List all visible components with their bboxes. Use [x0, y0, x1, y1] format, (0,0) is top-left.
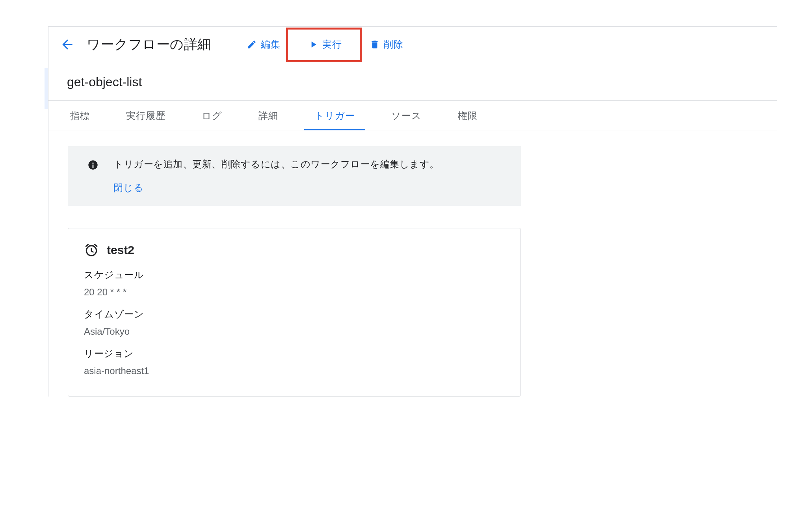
arrow-left-icon [60, 37, 75, 52]
play-icon [308, 39, 318, 50]
pencil-icon [247, 39, 257, 50]
tab-history[interactable]: 実行履歴 [120, 101, 172, 130]
edit-button[interactable]: 編集 [239, 33, 288, 56]
timezone-label: タイムゾーン [84, 308, 505, 321]
back-button[interactable] [60, 37, 75, 52]
info-banner: トリガーを追加、更新、削除するには、このワークフローを編集します。 閉じる [68, 146, 521, 206]
content-area: トリガーを追加、更新、削除するには、このワークフローを編集します。 閉じる te… [48, 130, 777, 397]
schedule-field: スケジュール 20 20 * * * [84, 269, 505, 298]
timezone-value: Asia/Tokyo [84, 326, 505, 337]
tab-source[interactable]: ソース [385, 101, 428, 130]
timezone-field: タイムゾーン Asia/Tokyo [84, 308, 505, 337]
run-button-label: 実行 [322, 38, 342, 51]
trigger-name: test2 [107, 243, 134, 257]
delete-button-label: 削除 [384, 38, 403, 51]
schedule-label: スケジュール [84, 269, 505, 281]
delete-button[interactable]: 削除 [362, 33, 411, 56]
svg-point-1 [92, 163, 94, 164]
schedule-value: 20 20 * * * [84, 287, 505, 298]
tab-triggers[interactable]: トリガー [308, 101, 361, 130]
edit-button-label: 編集 [261, 38, 281, 51]
workflow-name: get-object-list [67, 75, 777, 89]
region-label: リージョン [84, 347, 505, 360]
alarm-clock-icon [84, 243, 99, 258]
region-value: asia-northeast1 [84, 365, 505, 376]
run-button[interactable]: 実行 [300, 33, 350, 56]
page-title: ワークフローの詳細 [87, 35, 211, 54]
svg-rect-2 [93, 165, 94, 168]
tab-permissions[interactable]: 権限 [452, 101, 484, 130]
region-field: リージョン asia-northeast1 [84, 347, 505, 376]
info-message: トリガーを追加、更新、削除するには、このワークフローを編集します。 [113, 158, 439, 171]
tab-logs[interactable]: ログ [195, 101, 229, 130]
tab-details[interactable]: 詳細 [252, 101, 284, 130]
trigger-card: test2 スケジュール 20 20 * * * タイムゾーン Asia/Tok… [68, 228, 521, 397]
tab-metrics[interactable]: 指標 [64, 101, 96, 130]
info-icon [87, 159, 98, 172]
workflow-name-row: get-object-list [48, 62, 777, 101]
trash-icon [370, 39, 380, 50]
header-bar: ワークフローの詳細 編集 実行 削除 [48, 27, 777, 62]
trigger-header: test2 [84, 243, 505, 258]
info-close-link[interactable]: 閉じる [113, 182, 439, 194]
tabs-row: 指標 実行履歴 ログ 詳細 トリガー ソース 権限 [48, 101, 777, 130]
